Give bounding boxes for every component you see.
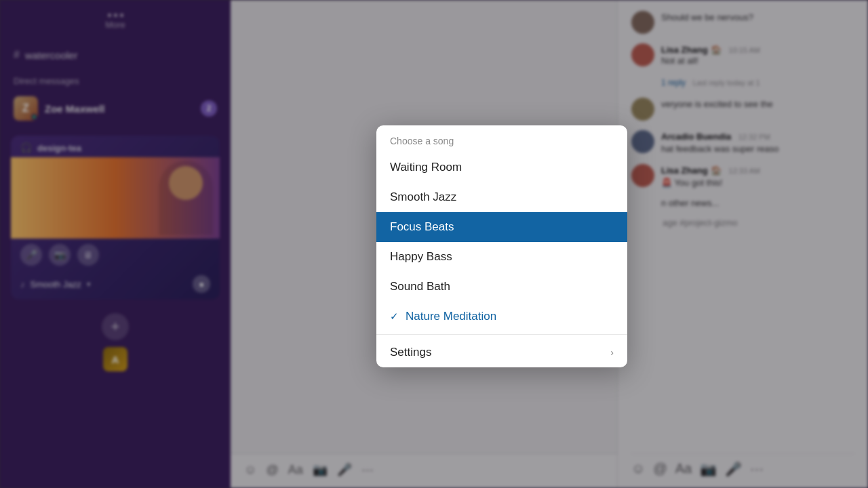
dropdown-item-nature-meditation[interactable]: ✓ Nature Meditation: [376, 302, 627, 331]
dropdown-item-smooth-jazz[interactable]: Smooth Jazz: [376, 182, 627, 212]
dropdown-item-happy-bass[interactable]: Happy Bass: [376, 242, 627, 272]
waiting-room-label: Waiting Room: [390, 161, 462, 174]
dropdown-item-waiting-room[interactable]: Waiting Room: [376, 152, 627, 182]
dropdown-header: Choose a song: [376, 125, 627, 152]
sound-bath-label: Sound Bath: [390, 280, 450, 293]
settings-label: Settings: [390, 346, 431, 359]
chevron-right-icon: ›: [610, 347, 614, 358]
focus-beats-label: Focus Beats: [390, 220, 454, 234]
dropdown-divider: [376, 334, 627, 335]
checkmark-icon: ✓: [390, 310, 399, 323]
smooth-jazz-label: Smooth Jazz: [390, 190, 456, 204]
song-picker-dropdown: Choose a song Waiting Room Smooth Jazz F…: [376, 125, 627, 367]
nature-meditation-label: Nature Meditation: [406, 310, 496, 323]
happy-bass-label: Happy Bass: [390, 250, 452, 264]
dropdown-item-sound-bath[interactable]: Sound Bath: [376, 272, 627, 302]
dropdown-item-settings[interactable]: Settings ›: [376, 338, 627, 367]
dropdown-title: Choose a song: [390, 136, 454, 146]
dropdown-item-focus-beats[interactable]: Focus Beats: [376, 212, 627, 242]
